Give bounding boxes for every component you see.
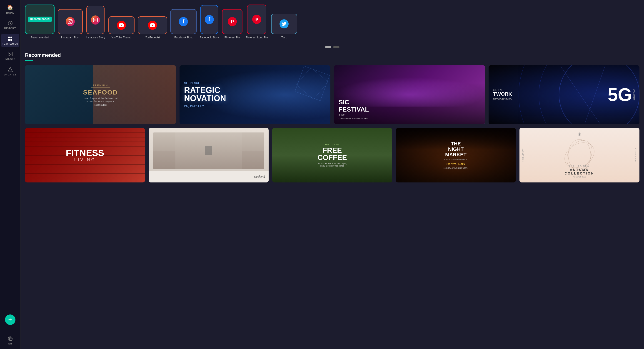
category-label-pinterest-long: Pinterest Long Pin <box>246 36 268 39</box>
category-card-facebook-post[interactable]: f <box>170 9 196 34</box>
category-label-instagram-post: Instagram Post <box>61 36 80 39</box>
recommended-dots: ··· <box>28 28 32 32</box>
category-item-twitter[interactable]: Tw... <box>271 14 297 39</box>
sidebar-label-history: HISTORY <box>4 27 16 30</box>
category-item-instagram-story[interactable]: Instagram Story <box>86 6 105 39</box>
language-button[interactable]: EN <box>6 334 14 347</box>
category-card-pinterest-pin[interactable]: P <box>222 9 242 34</box>
templates-grid-row1: PREMIUM SEAFOOD Taste of Japan. Air flew… <box>25 65 640 124</box>
5g-expo: NETWORK EXPO <box>493 98 605 101</box>
svg-rect-0 <box>8 36 10 38</box>
youtube-art-icon <box>148 21 157 30</box>
svg-point-13 <box>96 18 97 19</box>
svg-rect-2 <box>8 39 10 41</box>
autumn-star: ✳ <box>578 132 582 137</box>
category-card-facebook-story[interactable]: f <box>200 5 218 34</box>
5g-conf-badge: CONFERE <box>632 89 635 100</box>
autumn-year-side: AUGUST 2022 <box>522 148 524 162</box>
sidebar-item-updates[interactable]: UPDATES <box>1 64 19 78</box>
sidebar-label-home: HOME <box>6 11 14 14</box>
template-card-nightmarket[interactable]: THENIGHTMARKET EST 2019 • CRAFTED FILM C… <box>396 128 516 182</box>
category-label-instagram-story: Instagram Story <box>86 36 105 39</box>
category-item-instagram-post[interactable]: Instagram Post <box>58 9 83 39</box>
home-icon: 🏠 <box>7 4 14 10</box>
svg-point-5 <box>9 53 10 54</box>
autumn-title: AUTUMNCOLLECTION <box>565 168 594 175</box>
category-card-recommended[interactable]: Recommended ··· <box>25 4 54 34</box>
autumn-year: AUGUST 2022 <box>565 176 594 178</box>
images-icon <box>8 51 13 57</box>
svg-rect-3 <box>10 39 12 41</box>
template-card-coffee[interactable]: HOT CAFE FREECOFFEE HAPPY HOUR from 2pm … <box>272 128 392 182</box>
category-label-youtube-thumb: YouTube Thumb <box>111 36 131 39</box>
category-card-youtube-thumb[interactable] <box>108 16 134 34</box>
category-item-pinterest-pin[interactable]: P Pinterest Pin <box>222 9 242 39</box>
innovation-title: RATEGICNOVATION <box>184 86 326 102</box>
template-card-5g[interactable]: XT-GEN TWORK NETWORK EXPO 5G CONFERE <box>488 65 640 124</box>
category-card-instagram-post[interactable] <box>58 9 83 34</box>
festival-date: JUNE <box>338 114 480 116</box>
sidebar-item-history[interactable]: HISTORY <box>1 18 19 32</box>
festival-info: DOWNTOWN from 9pm till 2am <box>338 118 480 120</box>
sidebar-item-images[interactable]: IMAGES <box>1 49 19 63</box>
coffee-title: FREECOFFEE <box>318 146 347 161</box>
nightmarket-park: Central Park <box>444 162 468 166</box>
svg-rect-8 <box>68 20 72 24</box>
nightmarket-title: THENIGHTMARKET <box>444 141 468 158</box>
template-card-seafood[interactable]: PREMIUM SEAFOOD Taste of Japan. Air flew… <box>25 65 176 124</box>
sidebar-label-updates: UPDATES <box>4 73 16 76</box>
globe-icon <box>8 336 13 341</box>
category-item-youtube-thumb[interactable]: YouTube Thumb <box>108 16 134 39</box>
category-card-instagram-story[interactable] <box>86 6 104 34</box>
template-card-autumn[interactable]: ✳ FASHION NEW AUGUST 2022 FASHION NEW AU… <box>520 128 640 182</box>
instagram-story-icon <box>91 16 100 24</box>
weekend-text: weekend <box>254 175 265 178</box>
category-item-facebook-post[interactable]: f Facebook Post <box>170 9 196 39</box>
template-card-innovation[interactable]: NFERENCE RATEGICNOVATION ON, 13-17 JULY <box>180 65 330 124</box>
page-dot-2[interactable] <box>333 46 340 48</box>
innovation-conference-tag: NFERENCE <box>184 82 326 84</box>
sidebar-item-home[interactable]: 🏠 HOME <box>1 2 19 16</box>
nightmarket-sub: EST 2019 • CRAFTED FILM <box>444 158 468 160</box>
recommended-section: Recommended PREMIUM SEAFOOD Taste of Jap… <box>25 52 640 182</box>
facebook-story-icon: f <box>205 15 214 24</box>
recommended-badge: Recommended <box>28 16 52 22</box>
page-dot-1[interactable] <box>325 46 331 48</box>
category-card-pinterest-long[interactable]: P <box>247 4 266 34</box>
category-card-twitter[interactable] <box>271 14 297 34</box>
sidebar-label-templates: TEMPLATES <box>2 42 18 45</box>
category-label-youtube-art: YouTube Art <box>145 36 160 39</box>
template-card-fitness[interactable]: FITNESS LIVING <box>25 128 145 182</box>
categories-section: Recommended ··· Recommended <box>25 0 640 44</box>
category-label-twitter: Tw... <box>281 36 287 39</box>
autumn-label: FASHION NEW <box>565 165 594 167</box>
festival-title: SICFESTIVAL <box>338 98 480 113</box>
templates-grid-row2: FITNESS LIVING weekend HOT CAFE <box>25 128 640 182</box>
category-item-facebook-story[interactable]: f Facebook Story <box>200 5 219 39</box>
category-item-youtube-art[interactable]: YouTube Art <box>138 16 167 39</box>
sidebar-item-templates[interactable]: TEMPLATES <box>1 34 19 47</box>
create-button[interactable]: + <box>5 314 16 325</box>
category-item-recommended[interactable]: Recommended ··· Recommended <box>25 4 54 39</box>
svg-point-10 <box>71 20 72 21</box>
category-item-pinterest-long[interactable]: P Pinterest Long Pin <box>246 4 268 39</box>
svg-marker-6 <box>8 67 12 72</box>
history-icon <box>8 20 13 26</box>
facebook-post-icon: f <box>179 17 188 26</box>
seafood-title: SEAFOOD <box>83 89 118 96</box>
template-card-weekend[interactable]: weekend <box>148 128 268 182</box>
category-label-facebook-post: Facebook Post <box>174 36 192 39</box>
template-card-festival[interactable]: SICFESTIVAL JUNE DOWNTOWN from 9pm till … <box>334 65 485 124</box>
fitness-sub: LIVING <box>66 158 104 162</box>
seafood-subtitle: Taste of Japan. Air flew fresh seafoodfr… <box>83 97 118 103</box>
coffee-sub: HAPPY HOUR from 2pm - 4pm,enjoy 2 cups o… <box>318 162 347 167</box>
svg-point-9 <box>69 21 71 22</box>
nightmarket-date: Sunday, 21 August 2023 <box>444 167 468 169</box>
twitter-icon <box>280 19 288 28</box>
instagram-icon <box>66 17 75 26</box>
fitness-title: FITNESS <box>66 148 104 158</box>
svg-rect-1 <box>10 36 12 38</box>
templates-icon <box>8 36 13 41</box>
page-dots <box>25 46 640 48</box>
category-card-youtube-art[interactable] <box>138 16 167 34</box>
